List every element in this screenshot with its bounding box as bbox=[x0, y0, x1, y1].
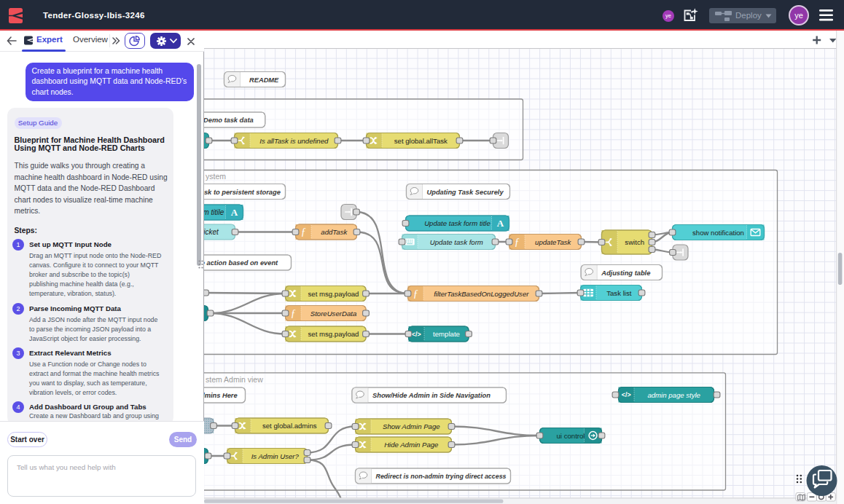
svg-text:set global.admins: set global.admins bbox=[262, 422, 316, 430]
svg-text:StoreUserData: StoreUserData bbox=[310, 310, 356, 318]
svg-text:Hide Admin Page: Hide Admin Page bbox=[384, 441, 438, 449]
svg-text:ystem: ystem bbox=[206, 172, 226, 181]
svg-text:Is allTask is undefined: Is allTask is undefined bbox=[259, 137, 329, 145]
svg-text:A: A bbox=[496, 218, 504, 229]
svg-text:template: template bbox=[433, 330, 460, 338]
svg-text:ƒ: ƒ bbox=[413, 288, 418, 299]
svg-text:switch: switch bbox=[625, 238, 644, 246]
svg-text:updateTask: updateTask bbox=[535, 238, 571, 246]
svg-text:Updating Task Securely: Updating Task Securely bbox=[426, 189, 504, 196]
svg-text:Adjusting table: Adjusting table bbox=[601, 269, 650, 277]
svg-text:Task list: Task list bbox=[606, 289, 631, 297]
svg-text:Is Admin User?: Is Admin User? bbox=[251, 452, 299, 460]
svg-text:m titile: m titile bbox=[204, 208, 224, 216]
svg-text:</>: </> bbox=[621, 391, 630, 398]
svg-text:filterTaskBasedOnLoggedUser: filterTaskBasedOnLoggedUser bbox=[434, 290, 529, 298]
svg-text:Demo task data: Demo task data bbox=[204, 117, 254, 124]
svg-text:Show/Hide Admin in Side Naviga: Show/Hide Admin in Side Navigation bbox=[372, 392, 491, 399]
svg-text:</>: </> bbox=[411, 331, 421, 338]
svg-text:README: README bbox=[249, 76, 279, 84]
svg-text:set global.allTask: set global.allTask bbox=[394, 137, 447, 145]
svg-text:Update task form: Update task form bbox=[429, 238, 482, 246]
svg-text:Save task to persistent storag: Save task to persistent storage bbox=[204, 189, 281, 196]
svg-text:Update task form title: Update task form title bbox=[424, 219, 491, 227]
svg-text:ƒ: ƒ bbox=[514, 237, 519, 248]
svg-text:Show Admin Page: Show Admin Page bbox=[383, 422, 440, 430]
svg-text:set msg.payload: set msg.payload bbox=[308, 290, 359, 298]
svg-text:stem Admin view: stem Admin view bbox=[206, 375, 263, 384]
svg-text:icket: icket bbox=[204, 228, 219, 236]
svg-text:ui control: ui control bbox=[556, 432, 585, 440]
svg-text:set msg.payload: set msg.payload bbox=[308, 330, 359, 338]
svg-text:Redirect is non-admin trying d: Redirect is non-admin trying direct acce… bbox=[375, 473, 506, 480]
svg-text:Add Admins Here: Add Admins Here bbox=[204, 392, 238, 399]
svg-text:Take action based on event: Take action based on event bbox=[204, 259, 278, 267]
svg-text:A: A bbox=[230, 207, 238, 218]
svg-text:show notification: show notification bbox=[692, 229, 744, 237]
svg-text:ƒ: ƒ bbox=[300, 227, 305, 237]
svg-text:ƒ: ƒ bbox=[290, 308, 295, 319]
svg-text:addTask: addTask bbox=[321, 228, 348, 236]
svg-text:admin page style: admin page style bbox=[647, 391, 700, 399]
